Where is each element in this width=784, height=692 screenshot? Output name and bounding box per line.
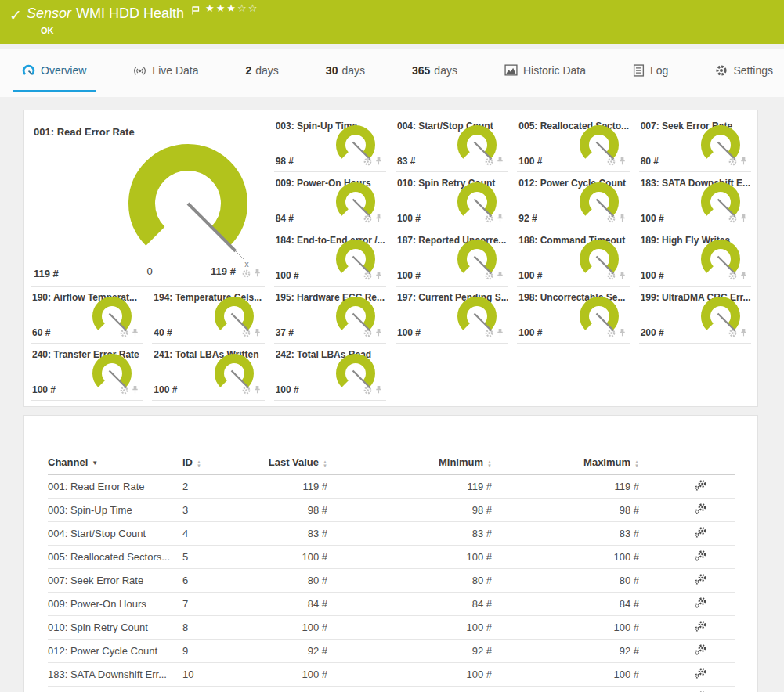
gauge-pin-icon[interactable] xyxy=(253,326,262,341)
tab-log[interactable]: Log xyxy=(623,49,677,92)
sort-icon: ▲▼ xyxy=(487,460,492,468)
table-row[interactable]: 004: Start/Stop Count 4 83 # 83 # 83 # xyxy=(48,522,735,546)
gauge-tile-value: 80 # xyxy=(641,156,659,167)
table-row[interactable]: 009: Power-On Hours 7 84 # 84 # 84 # xyxy=(48,593,735,616)
gauge-pin-icon[interactable] xyxy=(739,269,748,283)
col-header-minimum[interactable]: Minimum▲▼ xyxy=(327,452,492,475)
gauge-settings-icon[interactable] xyxy=(728,212,737,226)
gauge-pin-icon[interactable] xyxy=(739,326,748,341)
cell-last-value: 80 # xyxy=(265,569,327,593)
gauge-settings-icon[interactable] xyxy=(607,212,616,226)
gauge-pin-icon[interactable] xyxy=(131,384,139,398)
table-row[interactable]: 003: Spin-Up Time 3 98 # 98 # 98 # xyxy=(48,499,735,522)
gauge-settings-icon[interactable] xyxy=(728,155,737,169)
gauge-tile-value: 98 # xyxy=(276,156,294,167)
col-header-last-value[interactable]: Last Value▲▼ xyxy=(265,452,327,475)
gauge-settings-icon[interactable] xyxy=(363,269,372,283)
gauge-pin-icon[interactable] xyxy=(618,212,627,226)
cell-id: 3 xyxy=(182,499,265,522)
gauge-settings-icon[interactable] xyxy=(120,384,128,398)
gauge-settings-icon[interactable] xyxy=(363,155,372,169)
gauge-settings-icon[interactable] xyxy=(363,212,372,226)
gauge-pin-icon[interactable] xyxy=(374,384,383,398)
gauge-tile-value: 100 # xyxy=(397,327,421,338)
gauge-settings-icon[interactable] xyxy=(242,384,251,398)
gauge-tile: 010: Spin Retry Count 100 # xyxy=(396,172,508,229)
gauge-settings-icon[interactable] xyxy=(120,326,128,341)
gauge-pin-icon[interactable] xyxy=(739,155,748,169)
channel-settings-icon[interactable] xyxy=(694,643,707,658)
cell-channel: 004: Start/Stop Count xyxy=(48,522,182,546)
tab-bar-wrap: OverviewLive Data2days30days365daysHisto… xyxy=(0,49,784,97)
channel-settings-icon[interactable] xyxy=(694,479,707,494)
gauge-settings-icon[interactable] xyxy=(485,326,493,341)
table-row[interactable]: 005: Reallocated Sectors... 5 100 # 100 … xyxy=(48,546,735,569)
tab-live-data[interactable]: Live Data xyxy=(124,49,208,92)
col-header-maximum[interactable]: Maximum▲▼ xyxy=(492,452,639,475)
cell-channel: 183: SATA Downshift Err... xyxy=(48,663,182,687)
gauge-settings-icon[interactable] xyxy=(607,326,616,341)
channel-settings-icon[interactable] xyxy=(694,620,707,635)
tab-overview[interactable]: Overview xyxy=(13,49,96,92)
gauge-pin-icon[interactable] xyxy=(374,326,383,341)
gauge-pin-icon[interactable] xyxy=(253,384,262,398)
gauge-pin-icon[interactable] xyxy=(618,326,627,341)
table-row[interactable]: 184: End-to-End error / IO... 11 100 # 1… xyxy=(48,687,735,692)
cell-minimum: 100 # xyxy=(327,546,492,569)
table-row[interactable]: 001: Read Error Rate 2 119 # 119 # 119 # xyxy=(48,475,735,499)
gauge-pin-icon[interactable] xyxy=(253,267,262,281)
gauge-settings-icon[interactable] xyxy=(607,269,616,283)
gauge-pin-icon[interactable] xyxy=(618,269,627,283)
gauge-pin-icon[interactable] xyxy=(374,155,383,169)
gauge-tile-value: 37 # xyxy=(276,327,294,338)
sensor-header: ✓ SensorWMI HDD Health★★★☆☆ OK xyxy=(0,0,784,44)
channel-settings-icon[interactable] xyxy=(694,503,707,517)
gauges-card: 001: Read Error Rate x̄ 0 119 # 119 # 00… xyxy=(23,110,758,407)
sort-icon: ▲▼ xyxy=(197,460,201,468)
channel-settings-icon[interactable] xyxy=(694,596,707,611)
tab-historic-data[interactable]: Historic Data xyxy=(495,49,595,92)
cell-maximum: 100 # xyxy=(492,687,639,692)
gauge-settings-icon[interactable] xyxy=(363,326,372,341)
table-row[interactable]: 010: Spin Retry Count 8 100 # 100 # 100 … xyxy=(48,616,735,640)
sort-icon: ▲▼ xyxy=(634,460,639,468)
gauge-settings-icon[interactable] xyxy=(485,269,493,283)
gauge-settings-icon[interactable] xyxy=(728,326,737,341)
gauge-tile: 198: Uncorrectable Se... 100 # xyxy=(517,287,629,344)
gauge-pin-icon[interactable] xyxy=(739,212,748,226)
gauge-pin-icon[interactable] xyxy=(374,269,383,283)
col-header-id[interactable]: ID▲▼ xyxy=(182,452,265,475)
gauge-settings-icon[interactable] xyxy=(485,155,493,169)
flag-icon[interactable] xyxy=(190,3,201,20)
gauge-pin-icon[interactable] xyxy=(618,155,627,169)
gauge-settings-icon[interactable] xyxy=(607,155,616,169)
table-row[interactable]: 007: Seek Error Rate 6 80 # 80 # 80 # xyxy=(48,569,735,593)
tab-days[interactable]: 30days xyxy=(316,49,374,92)
channel-settings-icon[interactable] xyxy=(694,550,707,564)
gauge-settings-icon[interactable] xyxy=(485,212,493,226)
table-row[interactable]: 012: Power Cycle Count 9 92 # 92 # 92 # xyxy=(48,640,735,663)
tab-days[interactable]: 2days xyxy=(236,49,287,92)
channel-settings-icon[interactable] xyxy=(694,573,707,588)
cell-last-value: 100 # xyxy=(265,687,327,692)
gauge-pin-icon[interactable] xyxy=(374,212,383,226)
gauge-min-label: 0 xyxy=(146,265,152,277)
gauge-settings-icon[interactable] xyxy=(242,326,251,341)
gauge-pin-icon[interactable] xyxy=(496,212,504,226)
channel-settings-icon[interactable] xyxy=(694,667,707,682)
table-row[interactable]: 183: SATA Downshift Err... 10 100 # 100 … xyxy=(48,663,735,687)
gauge-pin-icon[interactable] xyxy=(496,269,504,283)
gauge-pin-icon[interactable] xyxy=(131,326,139,341)
cell-channel: 001: Read Error Rate xyxy=(48,475,182,499)
gauge-tile-value: 100 # xyxy=(641,270,664,281)
priority-stars[interactable]: ★★★☆☆ xyxy=(205,2,258,14)
channel-settings-icon[interactable] xyxy=(694,526,707,541)
gauge-pin-icon[interactable] xyxy=(496,155,504,169)
col-header-channel[interactable]: Channel▼ xyxy=(48,452,182,475)
gauge-settings-icon[interactable] xyxy=(728,269,737,283)
tab-settings[interactable]: Settings xyxy=(706,49,782,92)
gauge-pin-icon[interactable] xyxy=(496,326,504,341)
gauge-settings-icon[interactable] xyxy=(242,267,251,281)
tab-days[interactable]: 365days xyxy=(403,49,467,92)
gauge-settings-icon[interactable] xyxy=(363,384,372,398)
